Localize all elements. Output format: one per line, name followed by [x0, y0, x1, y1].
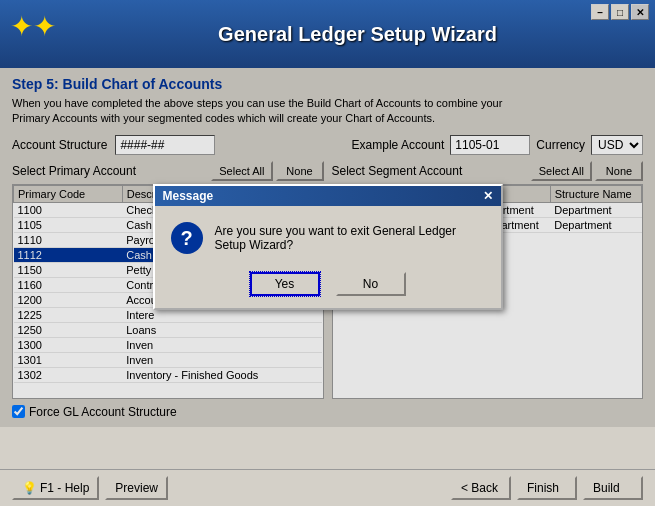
dialog-message: Are you sure you want to exit General Le…	[215, 224, 485, 252]
preview-button[interactable]: Preview	[105, 476, 168, 500]
dialog-question-icon: ?	[171, 222, 203, 254]
close-button[interactable]: ✕	[631, 4, 649, 20]
finish-button[interactable]: Finish	[517, 476, 577, 500]
main-content: Step 5: Build Chart of Accounts When you…	[0, 68, 655, 427]
dialog-no-button[interactable]: No	[336, 272, 406, 296]
wizard-icon: ✦✦	[10, 10, 58, 58]
dialog-yes-button[interactable]: Yes	[250, 272, 320, 296]
back-button[interactable]: < Back	[451, 476, 511, 500]
window-controls: – □ ✕	[591, 4, 649, 20]
dialog-title: Message	[163, 189, 214, 203]
build-button[interactable]: Build	[583, 476, 643, 500]
minimize-button[interactable]: –	[591, 4, 609, 20]
window-title: General Ledger Setup Wizard	[70, 23, 645, 46]
dialog-title-bar: Message ✕	[155, 186, 501, 206]
help-icon: 💡	[22, 481, 37, 495]
bottom-left-buttons: 💡 F1 - Help Preview	[12, 476, 168, 500]
bottom-right-buttons: < Back Finish Build	[451, 476, 643, 500]
help-button[interactable]: 💡 F1 - Help	[12, 476, 99, 500]
dialog-buttons: Yes No	[155, 266, 501, 308]
title-bar: ✦✦ General Ledger Setup Wizard – □ ✕	[0, 0, 655, 68]
maximize-button[interactable]: □	[611, 4, 629, 20]
message-dialog: Message ✕ ? Are you sure you want to exi…	[153, 184, 503, 310]
bottom-bar: 💡 F1 - Help Preview < Back Finish Build	[0, 469, 655, 506]
dialog-body: ? Are you sure you want to exit General …	[155, 206, 501, 266]
dialog-close-icon[interactable]: ✕	[483, 189, 493, 203]
dialog-overlay: Message ✕ ? Are you sure you want to exi…	[0, 68, 655, 427]
